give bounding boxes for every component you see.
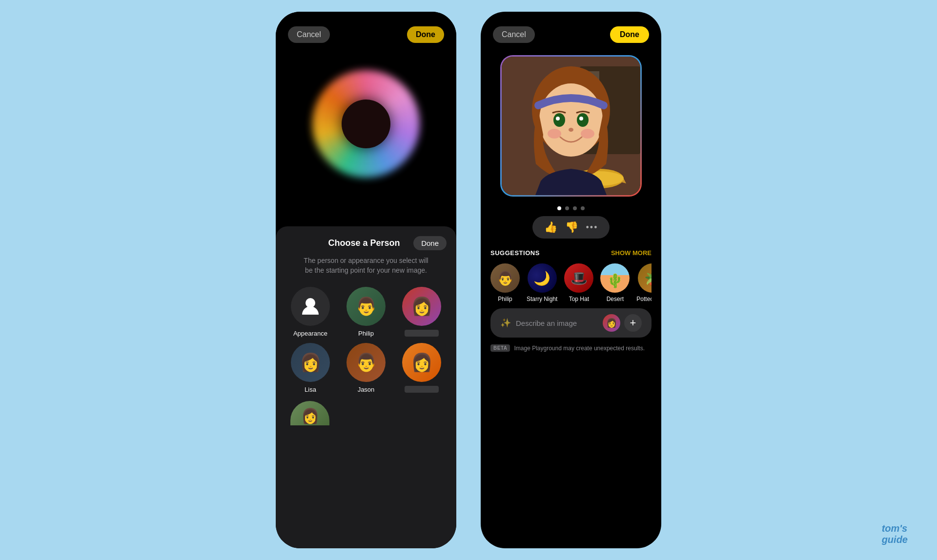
suggestion-top-hat[interactable]: 🎩 Top Hat: [564, 263, 593, 302]
svg-point-10: [577, 113, 589, 127]
person-name-appearance: Appearance: [293, 330, 327, 337]
page-dot-2: [565, 206, 569, 210]
suggestion-thumb-philip: 👨: [490, 263, 520, 293]
tophat-icon: 🎩: [570, 270, 588, 286]
suggestion-potted-plant[interactable]: 🪴 Potted Plant: [636, 263, 652, 302]
person-item-redacted-2[interactable]: 👩: [397, 343, 447, 393]
person-item-jason[interactable]: 👨 Jason: [341, 343, 391, 393]
sheet-done-button[interactable]: Done: [413, 236, 447, 250]
plant-icon: 🪴: [644, 270, 652, 286]
person-item-redacted-1[interactable]: 👩: [397, 287, 447, 337]
describe-input-wrapper[interactable]: ✨ Describe an image 👩 +: [490, 308, 652, 338]
person-grid-row3: 👩: [285, 401, 447, 425]
generated-image-container: [481, 50, 661, 201]
name-redacted-2: [405, 386, 439, 393]
suggestion-thumb-starry: 🌙: [528, 263, 557, 293]
desert-icon: 🌵: [607, 273, 624, 289]
person-item-partial[interactable]: 👩: [290, 401, 329, 425]
right-top-bar: Cancel Done: [481, 12, 661, 50]
svg-point-11: [556, 117, 560, 120]
avatar-redacted-1: 👩: [402, 287, 441, 326]
page-dot-4: [581, 206, 585, 210]
left-cancel-button[interactable]: Cancel: [288, 26, 330, 43]
toms-guide-watermark: tom's guide: [882, 523, 908, 545]
name-redacted-1: [405, 330, 439, 337]
person-name-philip: Philip: [358, 330, 374, 337]
phone-left: Cancel Done Choose a Person Done The per…: [276, 12, 456, 548]
beta-badge: BETA: [490, 344, 510, 352]
page-dot-1: [557, 206, 561, 210]
suggestion-label-tophat: Top Hat: [569, 296, 589, 302]
input-area: ✨ Describe an image 👩 +: [481, 302, 661, 341]
moon-icon: 🌙: [533, 270, 550, 286]
svg-point-15: [581, 129, 594, 139]
sheet-subtitle: The person or appearance you select will…: [285, 256, 447, 275]
person-item-philip[interactable]: 👨 Philip: [341, 287, 391, 337]
siri-orb-inner: [342, 100, 390, 148]
suggestions-title: SUGGESTIONS: [490, 249, 540, 257]
person-item-lisa[interactable]: 👩 Lisa: [285, 343, 335, 393]
avatar-redacted-2: 👩: [402, 343, 441, 382]
input-placeholder: Describe an image: [516, 319, 577, 327]
phone-right: Cancel Done: [481, 12, 661, 548]
suggestions-header: SUGGESTIONS SHOW MORE: [490, 249, 652, 257]
page-dot-3: [573, 206, 577, 210]
suggestion-starry-night[interactable]: 🌙 Starry Night: [527, 263, 557, 302]
suggestion-thumb-tophat: 🎩: [564, 263, 593, 293]
show-more-button[interactable]: SHOW MORE: [611, 249, 652, 257]
suggestion-thumb-desert: 🌵: [600, 263, 630, 293]
beta-notice: BETA Image Playground may create unexpec…: [481, 341, 661, 355]
thumbs-down-icon[interactable]: 👎: [565, 221, 578, 234]
avatar-appearance: [291, 287, 330, 326]
person-item-appearance[interactable]: Appearance: [285, 287, 335, 337]
svg-point-9: [553, 113, 565, 127]
left-done-button[interactable]: Done: [407, 26, 444, 43]
input-user-avatar: 👩: [603, 314, 620, 332]
rating-pill[interactable]: 👍 👎 •••: [532, 216, 610, 239]
avatar-lisa: 👩: [291, 343, 330, 382]
suggestion-label-starry: Starry Night: [527, 296, 557, 302]
beta-text: Image Playground may create unexpected r…: [514, 345, 644, 352]
right-done-button[interactable]: Done: [610, 26, 649, 43]
suggestion-label-philip: Philip: [498, 296, 512, 302]
svg-point-13: [569, 128, 573, 132]
screens-container: Cancel Done Choose a Person Done The per…: [0, 0, 937, 560]
avatar-philip: 👨: [346, 287, 386, 326]
person-grid: Appearance 👨 Philip 👩: [285, 287, 447, 393]
top-area: Cancel Done: [276, 12, 456, 236]
page-dots: [481, 206, 661, 210]
add-button[interactable]: +: [624, 314, 642, 332]
right-cancel-button[interactable]: Cancel: [493, 26, 535, 43]
more-icon[interactable]: •••: [586, 222, 598, 233]
girl-svg: [502, 57, 640, 195]
suggestion-philip[interactable]: 👨 Philip: [490, 263, 520, 302]
siri-orb: [312, 70, 420, 178]
choose-person-sheet: Choose a Person Done The person or appea…: [276, 226, 456, 548]
avatar-jason: 👨: [346, 343, 386, 382]
suggestion-desert[interactable]: 🌵 Desert: [600, 263, 630, 302]
suggestions-scroll: 👨 Philip 🌙 Starry Night 🎩 Top Ha: [490, 263, 652, 302]
image-wrapper: [500, 55, 642, 197]
generated-image: [502, 57, 640, 195]
sheet-title: Choose a Person: [315, 238, 413, 248]
suggestions-section: SUGGESTIONS SHOW MORE 👨 Philip 🌙 Starry …: [481, 244, 661, 302]
sheet-header: Choose a Person Done: [285, 236, 447, 250]
svg-point-14: [548, 129, 561, 139]
avatar-partial-1: 👩: [290, 401, 329, 425]
thumbs-up-icon[interactable]: 👍: [544, 221, 557, 234]
person-name-lisa: Lisa: [305, 386, 316, 393]
sparkle-icon: ✨: [500, 318, 511, 328]
suggestion-thumb-potted: 🪴: [638, 263, 652, 293]
svg-point-12: [579, 117, 583, 120]
suggestion-label-desert: Desert: [607, 296, 624, 302]
appearance-icon: [298, 294, 323, 319]
person-name-jason: Jason: [358, 386, 375, 393]
suggestion-label-potted: Potted Plant: [636, 296, 652, 302]
action-bar: 👍 👎 •••: [481, 216, 661, 239]
